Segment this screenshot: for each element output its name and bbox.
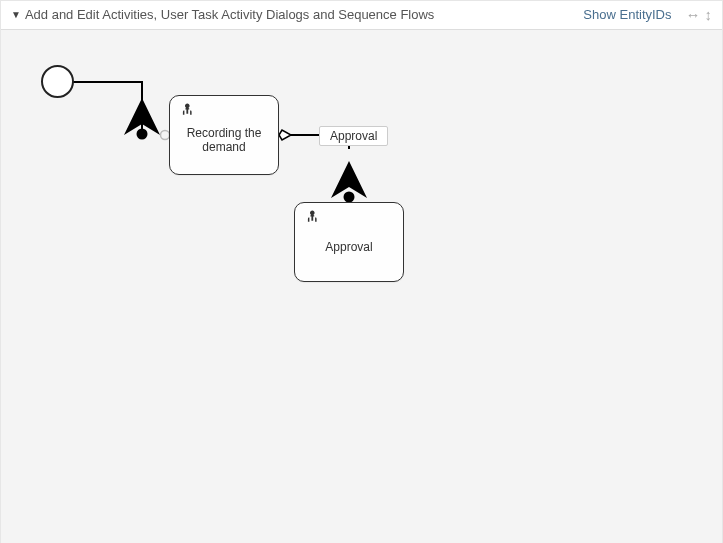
user-task-icon <box>305 209 320 227</box>
resize-vertical-icon[interactable]: ↕ <box>705 1 713 29</box>
panel-title: Add and Edit Activities, User Task Activ… <box>25 1 434 29</box>
start-event[interactable] <box>41 65 74 98</box>
activity-recording-demand[interactable]: Recording the demand <box>169 95 279 175</box>
diagram-panel: ▼ Add and Edit Activities, User Task Act… <box>0 0 723 543</box>
svg-point-2 <box>344 192 355 203</box>
resize-horizontal-icon[interactable]: ↔ <box>686 1 701 29</box>
disclosure-triangle-icon[interactable]: ▼ <box>11 1 21 29</box>
user-task-icon <box>180 102 195 120</box>
bpmn-canvas[interactable]: Recording the demand Approval Approval <box>1 30 722 543</box>
panel-header: ▼ Add and Edit Activities, User Task Act… <box>1 1 722 30</box>
svg-point-0 <box>137 129 148 140</box>
sequence-flow-label-approval[interactable]: Approval <box>319 126 388 146</box>
activity-approval[interactable]: Approval <box>294 202 404 282</box>
flow-layer <box>1 30 722 543</box>
show-entity-ids-link[interactable]: Show EntityIDs <box>583 1 671 29</box>
